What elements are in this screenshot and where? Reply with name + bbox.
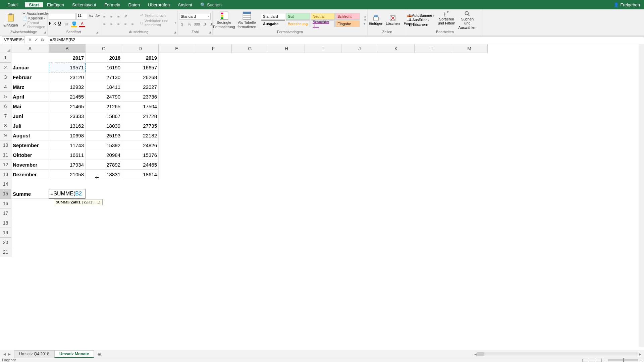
- style-neutral[interactable]: Neutral: [311, 13, 335, 20]
- align-middle-icon[interactable]: ≡: [108, 13, 114, 19]
- align-top-icon[interactable]: ≡: [101, 13, 107, 19]
- align-right-icon[interactable]: ≡: [115, 21, 121, 27]
- format-painter-label: Format übertragen: [27, 21, 50, 29]
- increase-indent-icon[interactable]: ≡: [129, 21, 136, 27]
- share-icon: 👤: [613, 2, 619, 7]
- tab-seitenlayout[interactable]: Seitenlayout: [68, 2, 100, 7]
- format-as-table-button[interactable]: Als Tabelle formatieren: [237, 11, 257, 28]
- style-normal[interactable]: Standard: [261, 13, 285, 20]
- clear-button[interactable]: ◧ Löschen▾: [409, 22, 434, 27]
- tab-einfügen[interactable]: Einfügen: [43, 2, 68, 7]
- tab-ansicht[interactable]: Ansicht: [174, 2, 196, 7]
- merge-label: Verbinden und zentrieren: [145, 19, 173, 27]
- fill-color-icon[interactable]: 🪣: [71, 21, 77, 27]
- percent-icon[interactable]: %: [186, 21, 193, 27]
- font-size-dropdown[interactable]: 11: [76, 13, 87, 20]
- sigma-icon: Σ: [409, 13, 411, 17]
- conditional-format-button[interactable]: Bedingte Formatierung: [214, 11, 234, 28]
- cancel-formula-icon[interactable]: ✕: [28, 37, 32, 42]
- tab-formeln[interactable]: Formeln: [100, 2, 124, 7]
- italic-button[interactable]: K: [53, 21, 56, 27]
- paste-icon: [6, 13, 15, 22]
- sort-filter-icon: AZ: [443, 10, 450, 17]
- paste-button[interactable]: Einfügen: [1, 12, 20, 28]
- svg-rect-1: [9, 13, 12, 15]
- svg-rect-3: [221, 13, 223, 14]
- orientation-icon[interactable]: ⇗: [122, 13, 128, 19]
- borders-icon[interactable]: ⊞: [63, 21, 69, 27]
- group-alignment: ≡ ≡ ≡ ⇗ ≡ ≡ ≡ ≡ ≡ ↵Textumbruch ⊟Verbinde…: [100, 9, 178, 35]
- merge-center-button[interactable]: ⊟Verbinden und zentrieren▾: [140, 19, 176, 27]
- fill-button[interactable]: ⬇ Ausfüllen▾: [409, 18, 434, 22]
- align-left-icon[interactable]: ≡: [101, 21, 107, 27]
- svg-rect-4: [221, 15, 223, 17]
- find-select-label: Suchen und Auswählen: [458, 17, 477, 29]
- chevron-down-icon[interactable]: ▾: [22, 38, 24, 41]
- group-cells: Einfügen Löschen Format Zellen: [368, 9, 407, 35]
- style-visited[interactable]: Besuchter H…: [311, 20, 335, 27]
- bold-button[interactable]: F: [49, 21, 51, 27]
- alignment-launcher-icon[interactable]: ◢: [174, 31, 176, 34]
- cut-button[interactable]: ✂Ausschneiden: [22, 11, 50, 16]
- style-output[interactable]: Ausgabe: [261, 20, 285, 27]
- copy-button[interactable]: 📄Kopieren▾: [22, 16, 50, 20]
- number-launcher-icon[interactable]: ◢: [209, 31, 211, 34]
- merge-icon: ⊟: [140, 21, 143, 25]
- svg-rect-5: [221, 17, 223, 19]
- search-label: Suchen: [207, 2, 222, 7]
- tab-überprüfen[interactable]: Überprüfen: [144, 2, 174, 7]
- find-select-button[interactable]: Suchen und Auswählen: [458, 10, 477, 29]
- group-styles: Bedingte Formatierung Als Tabelle format…: [213, 9, 368, 35]
- tell-me-search[interactable]: 🔍 Suchen: [196, 2, 226, 7]
- font-name-dropdown[interactable]: [49, 13, 76, 20]
- wrap-icon: ↵: [140, 13, 143, 17]
- style-down-icon[interactable]: ▼: [364, 18, 367, 22]
- font-launcher-icon[interactable]: ◢: [96, 31, 98, 34]
- thousands-icon[interactable]: 000: [194, 21, 200, 27]
- style-bad[interactable]: Schlecht: [335, 13, 360, 20]
- style-input[interactable]: Eingabe: [335, 20, 360, 27]
- tab-daten[interactable]: Daten: [124, 2, 144, 7]
- formula-bar-row: VERWEIS ▾ ✕ ✓ fx: [0, 36, 644, 44]
- search-icon: 🔍: [200, 2, 206, 7]
- number-format-dropdown[interactable]: Standard▾: [179, 13, 211, 20]
- group-alignment-label: Ausrichtung: [129, 30, 148, 34]
- conditional-format-icon: [219, 11, 229, 20]
- style-calc[interactable]: Berechnung: [286, 20, 310, 27]
- group-number-label: Zahl: [192, 30, 199, 34]
- sort-filter-button[interactable]: AZ Sortieren und Filtern: [437, 10, 456, 29]
- increase-decimals-icon[interactable]: .0: [201, 21, 207, 27]
- style-good[interactable]: Gut: [286, 13, 310, 20]
- ribbon: Einfügen ✂Ausschneiden 📄Kopieren▾ 🖌Forma…: [0, 9, 644, 36]
- font-color-icon[interactable]: A: [79, 21, 85, 27]
- align-center-icon[interactable]: ≡: [108, 21, 114, 27]
- format-painter-button[interactable]: 🖌Format übertragen: [22, 21, 50, 29]
- enter-formula-icon[interactable]: ✓: [35, 37, 38, 42]
- conditional-format-label: Bedingte Formatierung: [213, 20, 235, 28]
- delete-cells-button[interactable]: Löschen: [386, 15, 400, 25]
- insert-function-icon[interactable]: fx: [41, 37, 44, 42]
- underline-button[interactable]: U: [58, 21, 61, 27]
- tab-start[interactable]: Start: [25, 2, 43, 7]
- accounting-icon[interactable]: $: [179, 21, 185, 27]
- style-more-icon[interactable]: ▾: [364, 22, 367, 25]
- increase-font-icon[interactable]: A▴: [88, 13, 94, 19]
- tab-file[interactable]: Datei: [3, 2, 22, 7]
- autosum-button[interactable]: Σ AutoSumme ▾: [409, 13, 434, 17]
- eraser-icon: ◧: [409, 22, 412, 26]
- insert-cells-button[interactable]: Einfügen: [369, 15, 383, 25]
- table-icon: [242, 11, 252, 20]
- decrease-indent-icon[interactable]: ≡: [122, 21, 128, 27]
- wrap-text-button[interactable]: ↵Textumbruch: [140, 13, 176, 17]
- share-button[interactable]: 👤 Freigeben: [613, 2, 640, 7]
- style-gallery[interactable]: Standard Gut Neutral Schlecht Ausgabe Be…: [261, 13, 360, 27]
- clipboard-launcher-icon[interactable]: ◢: [44, 31, 46, 34]
- cut-label: Ausschneiden: [26, 11, 50, 15]
- align-bottom-icon[interactable]: ≡: [115, 13, 121, 19]
- format-as-table-label: Als Tabelle formatieren: [237, 20, 257, 28]
- name-box[interactable]: VERWEIS ▾: [2, 36, 25, 43]
- style-up-icon[interactable]: ▲: [364, 15, 367, 18]
- formula-bar-input[interactable]: [48, 36, 644, 43]
- autosum-label: AutoSumme: [412, 13, 432, 17]
- find-icon: [464, 10, 471, 17]
